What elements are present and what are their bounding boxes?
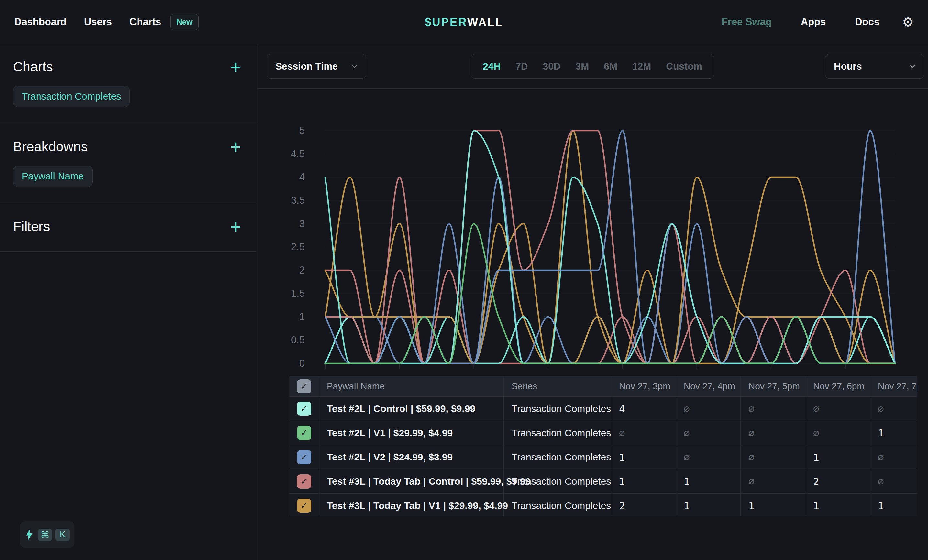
sidebar-section-breakdowns: Breakdowns+Paywall Name — [0, 124, 256, 204]
chevron-down-icon — [351, 64, 357, 68]
series-cell: Transaction Completes — [504, 445, 611, 469]
series-cell: Transaction Completes — [504, 494, 611, 516]
unit-select-value: Hours — [834, 61, 862, 72]
paywall-name-cell: Test #3L | Today Tab | V1 | $29.99, $4.9… — [319, 494, 504, 516]
value-cell: ∅ — [741, 469, 805, 494]
keycap-k: K — [55, 529, 70, 541]
value-cell: 1 — [805, 445, 870, 469]
unit-select[interactable]: Hours — [825, 54, 924, 79]
range-tab-3m[interactable]: 3M — [575, 61, 589, 72]
series-cell: Transaction Completes — [504, 421, 611, 445]
range-tab-24h[interactable]: 24H — [483, 61, 501, 72]
breakdown-table: ✓Paywall NameSeriesNov 27, 3pmNov 27, 4p… — [289, 376, 917, 516]
nav-item-charts[interactable]: Charts — [130, 16, 161, 28]
nav-item-apps[interactable]: Apps — [801, 16, 826, 28]
nav-right-items: Free SwagAppsDocs — [722, 16, 879, 28]
row-checkbox[interactable]: ✓ — [297, 402, 311, 416]
y-axis-label: 2 — [299, 265, 305, 276]
metric-select-value: Session Time — [275, 61, 338, 72]
section-title: Breakdowns — [13, 139, 88, 155]
value-cell: ∅ — [741, 445, 805, 469]
chevron-down-icon — [909, 64, 915, 68]
check-icon: ✓ — [300, 381, 308, 391]
paywall-name-cell: Test #2L | Control | $59.99, $9.99 — [319, 397, 504, 421]
table-row: ✓Test #3L | Today Tab | Control | $59.99… — [289, 469, 918, 494]
value-cell: 1 — [805, 494, 870, 516]
series-cell: Transaction Completes — [504, 397, 611, 421]
column-header-time: Nov 27, 7pm — [870, 376, 918, 397]
nav-item-free-swag[interactable]: Free Swag — [722, 16, 772, 28]
value-cell: ∅ — [870, 397, 918, 421]
metric-select[interactable]: Session Time — [267, 54, 366, 79]
column-header-time: Nov 27, 3pm — [611, 376, 676, 397]
paywall-name-cell: Test #3L | Today Tab | Control | $59.99,… — [319, 469, 504, 494]
row-checkbox-cell: ✓ — [289, 494, 319, 516]
y-axis-label: 1 — [299, 311, 305, 323]
section-title: Charts — [13, 59, 53, 75]
value-cell: ∅ — [741, 397, 805, 421]
table-row: ✓Test #2L | V2 | $24.99, $3.99Transactio… — [289, 445, 918, 469]
new-badge: New — [170, 14, 198, 30]
y-axis-label: 5 — [299, 125, 305, 136]
range-tab-7d[interactable]: 7D — [516, 61, 528, 72]
nav-items: DashboardUsersCharts — [14, 16, 161, 28]
row-checkbox-cell: ✓ — [289, 469, 319, 494]
add-charts-button[interactable]: + — [227, 59, 244, 75]
row-checkbox[interactable]: ✓ — [297, 499, 311, 513]
value-cell: 2 — [611, 494, 676, 516]
range-tab-30d[interactable]: 30D — [543, 61, 560, 72]
chip-paywall-name[interactable]: Paywall Name — [13, 166, 93, 187]
row-checkbox-cell: ✓ — [289, 421, 319, 445]
value-cell: ∅ — [805, 421, 870, 445]
check-icon: ✓ — [300, 501, 308, 511]
nav-item-docs[interactable]: Docs — [855, 16, 879, 28]
value-cell: ∅ — [611, 421, 676, 445]
range-tab-6m[interactable]: 6M — [604, 61, 617, 72]
shortcut-keys: ⌘K — [38, 529, 70, 541]
select-all-cell: ✓ — [289, 376, 319, 397]
table-row: ✓Test #2L | Control | $59.99, $9.99Trans… — [289, 397, 918, 421]
table-row: ✓Test #2L | V1 | $29.99, $4.99Transactio… — [289, 421, 918, 445]
add-filters-button[interactable]: + — [227, 219, 244, 234]
y-axis-label: 0 — [299, 358, 305, 369]
value-cell: 1 — [611, 445, 676, 469]
y-axis-label: 3 — [299, 218, 305, 229]
top-nav: DashboardUsersCharts New $UPERWALL Free … — [0, 0, 928, 44]
range-tab-custom[interactable]: Custom — [666, 61, 702, 72]
sidebar: Charts+Transaction CompletesBreakdowns+P… — [0, 44, 257, 560]
table-header-row: ✓Paywall NameSeriesNov 27, 3pmNov 27, 4p… — [289, 376, 918, 397]
paywall-name-cell: Test #2L | V2 | $24.99, $3.99 — [319, 445, 504, 469]
value-cell: 1 — [741, 494, 805, 516]
value-cell: ∅ — [805, 397, 870, 421]
nav-item-users[interactable]: Users — [84, 16, 112, 28]
add-breakdowns-button[interactable]: + — [227, 139, 244, 154]
logo-accent: $UPER — [425, 15, 467, 28]
value-cell: ∅ — [676, 397, 741, 421]
y-axis-label: 3.5 — [291, 195, 305, 206]
check-icon: ✓ — [300, 428, 308, 438]
sessions-line-chart: 00.511.522.533.544.55Nov 27Nov 27, 6pmNo… — [257, 88, 928, 415]
nav-item-dashboard[interactable]: Dashboard — [14, 16, 67, 28]
column-header-series: Series — [504, 376, 611, 397]
value-cell: 1 — [676, 469, 741, 494]
row-checkbox[interactable]: ✓ — [297, 450, 311, 464]
value-cell: 4 — [611, 397, 676, 421]
command-palette-shortcut[interactable]: ⌘K — [20, 521, 75, 548]
select-all-checkbox[interactable]: ✓ — [297, 379, 311, 394]
row-checkbox[interactable]: ✓ — [297, 426, 311, 440]
range-tab-12m[interactable]: 12M — [632, 61, 651, 72]
value-cell: ∅ — [676, 445, 741, 469]
content: Session Time 24H7D30D3M6M12MCustom Hours… — [257, 44, 928, 560]
value-cell: ∅ — [870, 445, 918, 469]
column-header-time: Nov 27, 4pm — [676, 376, 741, 397]
value-cell: ∅ — [741, 421, 805, 445]
value-cell: 1 — [611, 469, 676, 494]
column-header-time: Nov 27, 6pm — [805, 376, 870, 397]
table-row: ✓Test #3L | Today Tab | V1 | $29.99, $4.… — [289, 494, 918, 516]
check-icon: ✓ — [300, 476, 308, 487]
sidebar-section-filters: Filters+ — [0, 204, 256, 251]
row-checkbox[interactable]: ✓ — [297, 474, 311, 488]
chip-transaction-completes[interactable]: Transaction Completes — [13, 86, 130, 107]
time-range-tabs: 24H7D30D3M6M12MCustom — [471, 54, 714, 79]
settings-gear-icon[interactable]: ⚙ — [902, 15, 914, 29]
